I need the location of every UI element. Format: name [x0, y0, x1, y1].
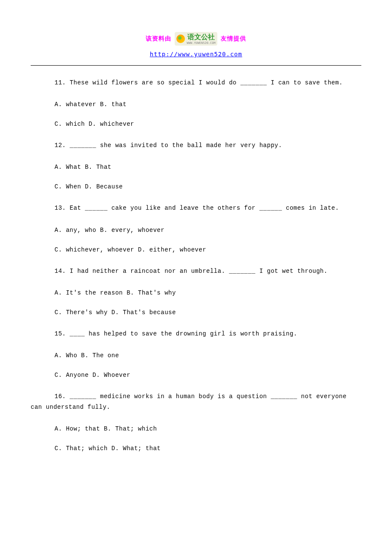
question-16-text: 16. _______ medicine works in a human bo… — [31, 391, 361, 413]
question-11-options-ab: A. whatever B. that — [55, 101, 361, 108]
question-16-options-cd: C. That; which D. What; that — [55, 445, 361, 452]
question-12-options-cd: C. When D. Because — [55, 183, 361, 190]
question-14-text: 14. I had neither a raincoat nor an umbr… — [55, 266, 361, 277]
question-16-line2: can understand fully. — [31, 404, 110, 410]
logo-text-url: WWW.YUWEN520.COM — [187, 42, 215, 45]
logo-container: 语文公社 WWW.YUWEN520.COM — [175, 32, 217, 46]
logo-text-block: 语文公社 WWW.YUWEN520.COM — [187, 33, 215, 45]
question-12-options-ab: A. What B. That — [55, 164, 361, 171]
question-13-options-cd: C. whichever, whoever D. either, whoever — [55, 246, 361, 253]
source-url-link[interactable]: http://www.yuwen520.com — [150, 51, 242, 58]
attribution-suffix: 友情提供 — [221, 35, 246, 43]
question-14-options-cd: C. There's why D. That's because — [55, 309, 361, 316]
question-16-options-ab: A. How; that B. That; which — [55, 425, 361, 432]
question-11-text: 11. These wild flowers are so special I … — [55, 78, 361, 88]
question-13-options-ab: A. any, who B. every, whoever — [55, 227, 361, 234]
attribution-prefix: 该资料由 — [146, 35, 171, 43]
document-header: 该资料由 语文公社 WWW.YUWEN520.COM 友情提供 http://w… — [0, 0, 392, 58]
question-16-line1: 16. _______ medicine works in a human bo… — [55, 393, 346, 400]
header-attribution-line: 该资料由 语文公社 WWW.YUWEN520.COM 友情提供 — [0, 32, 392, 46]
question-15-options-cd: C. Anyone D. Whoever — [55, 372, 361, 379]
question-13-text: 13. Eat ______ cake you like and leave t… — [55, 203, 361, 214]
question-15-text: 15. ____ has helped to save the drowning… — [55, 329, 361, 339]
question-14-options-ab: A. It's the reason B. That's why — [55, 289, 361, 296]
logo-icon — [176, 35, 185, 43]
logo-text-chinese: 语文公社 — [187, 33, 215, 41]
document-content: 11. These wild flowers are so special I … — [0, 66, 392, 452]
question-11-options-cd: C. which D. whichever — [55, 121, 361, 127]
question-12-text: 12. _______ she was invited to the ball … — [55, 140, 361, 151]
question-15-options-ab: A. Who B. The one — [55, 352, 361, 359]
